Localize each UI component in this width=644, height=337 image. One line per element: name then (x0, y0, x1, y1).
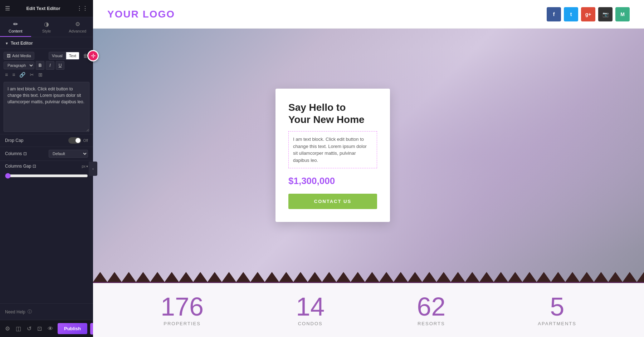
responsive-bottom-icon[interactable]: ⊡ (36, 324, 43, 333)
section-collapse-arrow[interactable]: ▼ (5, 41, 9, 45)
visual-button[interactable]: Visual (49, 52, 66, 60)
logo: YOUR LOGO (107, 9, 175, 20)
collapse-panel-arrow[interactable]: ‹ (89, 162, 97, 176)
columns-label: Columns ⊡ (5, 151, 27, 156)
need-help: Need Help ⓘ (0, 303, 93, 320)
link-button[interactable]: 🔗 (18, 71, 27, 78)
card-body-text[interactable]: I am text block. Click edit button to ch… (288, 131, 377, 168)
advanced-tab-icon: ⚙ (75, 21, 80, 28)
hamburger-icon[interactable]: ☰ (5, 5, 10, 12)
stat-apartments: 5 APARTMENTS (538, 294, 576, 326)
need-help-label: Need Help (5, 309, 25, 314)
add-media-icon: 🖼 (7, 54, 11, 58)
add-media-label: Add Media (12, 54, 31, 58)
toolbar-row3: ≡ ≡ 🔗 ✂ ⊞ (4, 71, 89, 78)
advanced-tab-label: Advanced (69, 29, 86, 33)
columns-gap-label: Columns Gap ⊡ (5, 164, 36, 169)
card-headline-line2: Your New Home (288, 114, 365, 125)
settings-bottom-icon[interactable]: ⚙ (4, 324, 11, 333)
preview-bottom-icon[interactable]: 👁 (46, 324, 55, 333)
drop-cap-row: Drop Cap Off (0, 134, 93, 147)
text-editor-section-title: ▼ Text Editor (0, 37, 93, 49)
text-button[interactable]: Text (66, 52, 79, 60)
columns-gap-icon: ⊡ (33, 164, 36, 169)
stat-condos-label: CONDOS (296, 321, 325, 326)
tab-advanced[interactable]: ⚙ Advanced (62, 17, 93, 37)
stat-resorts-number: 62 (417, 294, 445, 319)
left-panel: ☰ Edit Text Editor ⋮⋮ ✏ Content ◑ Style … (0, 0, 93, 337)
layers-bottom-icon[interactable]: ◫ (14, 324, 23, 333)
table-button[interactable]: ⊞ (37, 71, 44, 78)
content-tab-label: Content (9, 29, 23, 33)
unordered-list-button[interactable]: ≡ (4, 71, 9, 78)
card-cta-button[interactable]: CONTACT US (288, 194, 377, 209)
columns-select[interactable]: Default (49, 150, 88, 158)
drop-cap-toggle[interactable]: Off (68, 137, 88, 144)
panel-tabs: ✏ Content ◑ Style ⚙ Advanced (0, 17, 93, 37)
stats-section: 176 PROPERTIES 14 CONDOS 62 RESORTS 5 AP… (93, 282, 644, 337)
px-arrow: ▾ (86, 164, 88, 168)
mail-button[interactable]: M (615, 7, 630, 21)
stat-condos-number: 14 (296, 294, 325, 319)
toggle-knob (75, 138, 80, 143)
columns-gap-row: Columns Gap ⊡ px ▾ (0, 160, 93, 172)
instagram-button[interactable]: 📷 (598, 7, 613, 21)
style-tab-icon: ◑ (44, 21, 49, 28)
facebook-button[interactable]: f (547, 7, 561, 21)
ordered-list-button[interactable]: ≡ (11, 71, 16, 78)
add-media-button[interactable]: 🖼 Add Media (4, 52, 34, 60)
stat-apartments-number: 5 (538, 294, 576, 319)
stat-resorts-label: RESORTS (417, 321, 445, 326)
unlink-button[interactable]: ✂ (28, 71, 35, 78)
toolbar-row1: 🖼 Add Media Visual Text 🗑 (4, 52, 89, 60)
toolbar-row2: Paragraph B I U (4, 61, 89, 70)
columns-gap-slider[interactable] (5, 173, 88, 179)
stat-condos: 14 CONDOS (296, 294, 325, 326)
social-icons-group: f t g+ 📷 M (547, 7, 630, 21)
hero-zigzag-separator (93, 272, 644, 282)
panel-header: ☰ Edit Text Editor ⋮⋮ (0, 0, 93, 17)
google-plus-button[interactable]: g+ (581, 7, 595, 21)
columns-text: Columns (5, 151, 22, 156)
stat-resorts: 62 RESORTS (417, 294, 445, 326)
section-label: Text Editor (11, 41, 33, 46)
tab-style[interactable]: ◑ Style (31, 17, 62, 37)
paragraph-select[interactable]: Paragraph (4, 61, 34, 69)
card-price: $1,300,000 (288, 175, 377, 187)
px-label: px (82, 164, 86, 168)
editor-toolbar: 🖼 Add Media Visual Text 🗑 Paragraph B I … (0, 49, 93, 80)
slider-row (0, 172, 93, 183)
publish-button[interactable]: Publish (58, 323, 87, 334)
bold-button[interactable]: B (36, 61, 44, 70)
stat-apartments-label: APARTMENTS (538, 321, 576, 326)
hero-card: Say Hello to Your New Home I am text blo… (275, 89, 390, 222)
card-headline: Say Hello to Your New Home (288, 101, 377, 125)
columns-gap-text: Columns Gap (5, 164, 31, 169)
tab-content[interactable]: ✏ Content (0, 17, 31, 37)
hero-section: Say Hello to Your New Home I am text blo… (93, 29, 644, 282)
history-bottom-icon[interactable]: ↺ (25, 324, 33, 333)
underline-button[interactable]: U (56, 61, 64, 70)
stat-properties-label: PROPERTIES (161, 321, 204, 326)
stat-properties: 176 PROPERTIES (161, 294, 204, 326)
toggle-track[interactable] (68, 137, 81, 144)
help-icon[interactable]: ⓘ (28, 309, 32, 315)
twitter-button[interactable]: t (564, 7, 578, 21)
toggle-off-label: Off (83, 139, 88, 143)
italic-button[interactable]: I (46, 61, 54, 70)
stat-properties-number: 176 (161, 294, 204, 319)
drag-indicator[interactable]: ✛ (87, 50, 99, 61)
bottom-bar: ⚙ ◫ ↺ ⊡ 👁 Publish ▲ (0, 320, 93, 337)
drop-cap-label: Drop Cap (5, 138, 68, 143)
columns-row: Columns ⊡ Default (0, 147, 93, 160)
grid-icon[interactable]: ⋮⋮ (77, 5, 88, 12)
text-editor-textarea[interactable]: I am text block. Click edit button to ch… (4, 82, 89, 132)
main-content: YOUR LOGO f t g+ 📷 M Say Hello to Your N… (93, 0, 644, 337)
content-tab-icon: ✏ (13, 21, 18, 28)
columns-icon: ⊡ (23, 151, 27, 156)
visual-text-toggle: Visual Text (49, 52, 79, 60)
panel-title: Edit Text Editor (26, 6, 60, 11)
card-headline-line1: Say Hello to (288, 102, 346, 113)
style-tab-label: Style (42, 29, 51, 33)
logo-text-bold: LOGO (143, 9, 175, 20)
